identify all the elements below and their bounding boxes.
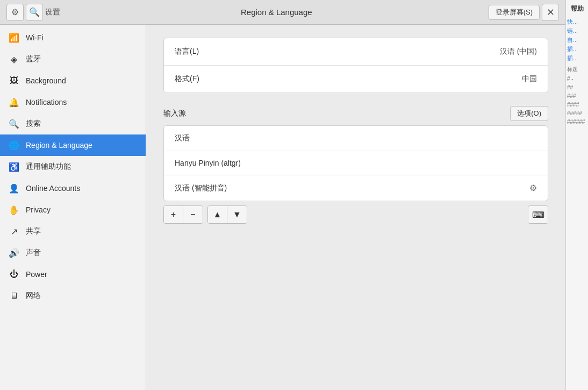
notifications-icon: 🔔 (9, 97, 19, 108)
input-source-list: 汉语 Hanyu Pinyin (altgr) 汉语 (智能拼音) ⚙ (163, 125, 548, 201)
network-icon: 🖥 (9, 290, 19, 301)
help-heading-3: ## (567, 84, 587, 90)
keyboard-icon: ⌨ (532, 210, 544, 220)
close-icon: ✕ (547, 6, 555, 18)
app-label: 设置 (45, 8, 60, 17)
sidebar-label-network: 网络 (26, 291, 41, 301)
sidebar-item-background[interactable]: 🖼Background (0, 70, 146, 91)
sidebar-label-notifications: Notifications (26, 98, 67, 107)
sidebar-label-search: 搜索 (26, 119, 41, 129)
sidebar-item-privacy[interactable]: ✋Privacy (0, 199, 146, 221)
format-label: 格式(F) (175, 74, 199, 84)
sidebar-item-power[interactable]: ⏻Power (0, 264, 146, 285)
sidebar-label-privacy: Privacy (26, 205, 51, 214)
sidebar-label-power: Power (26, 270, 47, 279)
tools-icon: ⚙ (11, 7, 19, 17)
move-down-button[interactable]: ▼ (227, 206, 247, 223)
input-item-pinyin[interactable]: Hanyu Pinyin (altgr) (164, 151, 548, 175)
keyboard-button[interactable]: ⌨ (528, 206, 548, 223)
sidebar-label-wifi: Wi-Fi (26, 33, 44, 42)
privacy-icon: ✋ (9, 204, 19, 215)
add-input-button[interactable]: + (164, 206, 183, 223)
move-group: ▲ ▼ (207, 205, 247, 224)
sidebar-label-region: Region & Language (26, 141, 92, 150)
region-icon: 🌐 (9, 140, 19, 151)
sidebar-item-network[interactable]: 🖥网络 (0, 285, 146, 307)
help-panel: 帮助 快... 链... 自... 插... 插... 标题 # - ## ##… (565, 0, 588, 390)
search-button[interactable]: 🔍 (26, 4, 43, 21)
help-link-4[interactable]: 插... (567, 45, 587, 53)
remove-input-button[interactable]: − (183, 206, 203, 223)
sidebar-item-region[interactable]: 🌐Region & Language (0, 134, 146, 156)
search-icon: 🔍 (9, 118, 19, 129)
down-icon: ▼ (233, 210, 241, 219)
input-toolbar: + − ▲ ▼ (163, 205, 548, 224)
sound-icon: 🔊 (9, 247, 19, 258)
bluetooth-icon: ◈ (9, 54, 19, 65)
help-title: 帮助 (567, 4, 587, 13)
input-item-smart-pinyin[interactable]: 汉语 (智能拼音) ⚙ (164, 175, 548, 201)
sidebar-label-bluetooth: 蓝牙 (26, 54, 41, 64)
up-icon: ▲ (213, 210, 222, 219)
background-icon: 🖼 (9, 75, 19, 86)
power-icon: ⏻ (9, 269, 19, 280)
keyboard-group: ⌨ (528, 205, 548, 224)
help-heading-6: ##### (567, 110, 587, 116)
help-link-1[interactable]: 快... (567, 18, 587, 26)
language-row[interactable]: 语言(L) 汉语 (中国) (164, 38, 548, 65)
input-item-label: Hanyu Pinyin (altgr) (175, 159, 241, 167)
sidebar-label-sharing: 共享 (26, 226, 41, 236)
sidebar-item-bluetooth[interactable]: ◈蓝牙 (0, 48, 146, 70)
format-row[interactable]: 格式(F) 中国 (164, 65, 548, 93)
help-heading-7: ###### (567, 119, 587, 125)
wifi-icon: 📶 (9, 32, 19, 43)
close-button[interactable]: ✕ (542, 4, 559, 21)
input-source-header: 输入源 选项(O) (163, 106, 548, 121)
tools-button[interactable]: ⚙ (6, 4, 24, 21)
search-icon: 🔍 (29, 7, 40, 17)
add-remove-toolbar: + − ▲ ▼ (163, 205, 247, 224)
input-item-hanyu[interactable]: 汉语 (164, 126, 548, 151)
language-format-card: 语言(L) 汉语 (中国) 格式(F) 中国 (163, 38, 548, 93)
help-heading-4: ### (567, 93, 587, 99)
help-heading-2: # - (567, 76, 587, 82)
language-value: 汉语 (中国) (500, 47, 537, 56)
sharing-icon: ↗ (9, 226, 19, 237)
help-heading-1: 标题 (567, 66, 587, 73)
sidebar-label-online-accounts: Online Accounts (26, 184, 80, 193)
add-remove-group: + − (163, 205, 203, 224)
sidebar-item-accessibility[interactable]: ♿通用辅助功能 (0, 156, 146, 178)
accessibility-icon: ♿ (9, 161, 19, 172)
sidebar-item-sound[interactable]: 🔊声音 (0, 242, 146, 264)
sidebar-label-sound: 声音 (26, 248, 41, 258)
add-icon: + (171, 210, 176, 219)
sidebar-label-background: Background (26, 76, 66, 85)
sidebar-item-sharing[interactable]: ↗共享 (0, 221, 146, 242)
content-area: 语言(L) 汉语 (中国) 格式(F) 中国 输入源 选项(O) 汉语 Hany… (146, 25, 565, 390)
input-source-title: 输入源 (163, 109, 186, 118)
window-title: Region & Language (67, 8, 486, 17)
sidebar-label-accessibility: 通用辅助功能 (26, 162, 71, 172)
input-item-label: 汉语 (175, 133, 190, 143)
sidebar: 📶Wi-Fi◈蓝牙🖼Background🔔Notifications🔍搜索🌐Re… (0, 25, 146, 390)
input-item-label: 汉语 (智能拼音) (175, 183, 227, 193)
language-label: 语言(L) (175, 47, 199, 56)
options-button[interactable]: 选项(O) (510, 106, 548, 121)
help-heading-5: #### (567, 102, 587, 108)
sidebar-item-online-accounts[interactable]: 👤Online Accounts (0, 178, 146, 199)
titlebar: ⚙ 🔍 设置 Region & Language 登录屏幕(S) ✕ (0, 0, 565, 25)
sidebar-item-wifi[interactable]: 📶Wi-Fi (0, 27, 146, 48)
move-up-button[interactable]: ▲ (208, 206, 227, 223)
online-accounts-icon: 👤 (9, 183, 19, 194)
gear-icon[interactable]: ⚙ (529, 183, 537, 193)
help-link-2[interactable]: 链... (567, 27, 587, 35)
login-screen-button[interactable]: 登录屏幕(S) (489, 5, 540, 20)
format-value: 中国 (522, 74, 537, 84)
sidebar-item-notifications[interactable]: 🔔Notifications (0, 91, 146, 113)
remove-icon: − (190, 210, 195, 219)
help-link-3[interactable]: 自... (567, 36, 587, 44)
help-link-5[interactable]: 插... (567, 54, 587, 62)
sidebar-item-search[interactable]: 🔍搜索 (0, 113, 146, 134)
